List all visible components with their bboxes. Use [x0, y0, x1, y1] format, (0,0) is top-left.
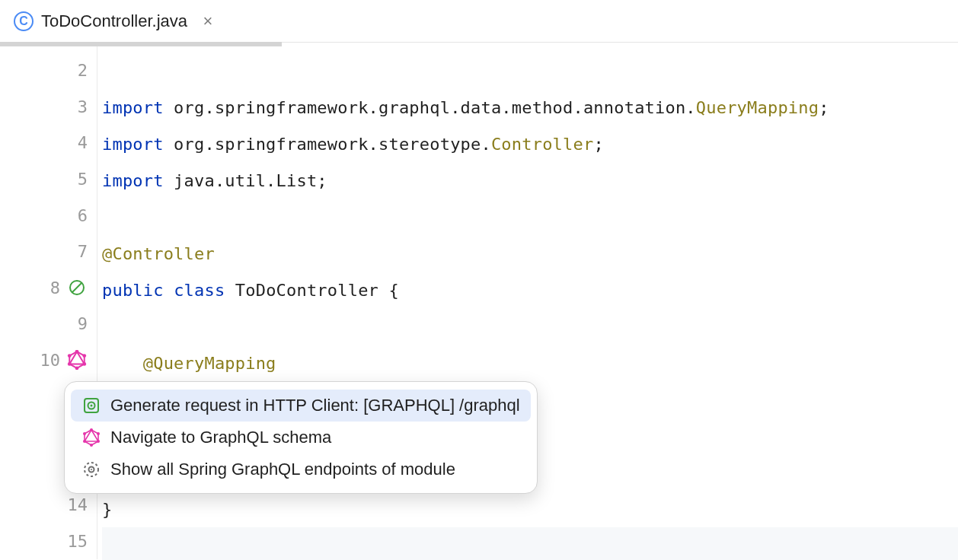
code-line: import java.util.List; — [102, 162, 958, 199]
graphql-icon — [81, 428, 101, 447]
gutter-line[interactable]: 10 — [0, 342, 97, 379]
gutter-line[interactable]: 4 — [0, 125, 97, 161]
svg-point-18 — [90, 444, 93, 447]
code-line — [102, 199, 958, 235]
svg-point-6 — [82, 362, 86, 366]
gutter-line[interactable]: 9 — [0, 306, 97, 342]
tab-title: ToDoController.java — [41, 11, 187, 31]
code-line: import org.springframework.stereotype.Co… — [102, 126, 958, 162]
close-icon[interactable]: × — [200, 13, 216, 30]
svg-point-5 — [82, 355, 86, 358]
context-popup: Generate request in HTTP Client: [GRAPHQ… — [64, 381, 538, 494]
code-line: import org.springframework.graphql.data.… — [102, 89, 958, 126]
file-tab[interactable]: C ToDoController.java × — [0, 0, 230, 42]
generate-icon — [81, 396, 101, 415]
endpoints-icon — [81, 460, 101, 479]
svg-marker-14 — [85, 430, 98, 441]
prohibit-icon[interactable] — [66, 277, 88, 298]
popup-item-label: Show all Spring GraphQL endpoints of mod… — [110, 460, 455, 479]
tab-bar: C ToDoController.java × — [0, 0, 958, 43]
tab-underline — [0, 42, 282, 46]
gutter-line[interactable]: 7 — [0, 234, 97, 270]
svg-line-1 — [72, 283, 81, 292]
code-line: } — [102, 491, 958, 527]
gutter-line[interactable]: 6 — [0, 197, 97, 234]
svg-point-17 — [97, 440, 100, 443]
svg-point-16 — [97, 432, 100, 435]
class-icon: C — [14, 11, 34, 31]
svg-point-9 — [68, 355, 72, 358]
code-line: @Controller — [102, 235, 958, 272]
svg-point-8 — [68, 362, 72, 366]
code-line — [102, 308, 958, 345]
svg-marker-3 — [69, 352, 85, 364]
popup-item-show-endpoints[interactable]: Show all Spring GraphQL endpoints of mod… — [71, 453, 531, 485]
graphql-icon[interactable] — [66, 349, 88, 371]
gutter-line[interactable]: 5 — [0, 161, 97, 198]
code-line-current — [102, 527, 958, 560]
popup-item-generate-request[interactable]: Generate request in HTTP Client: [GRAPHQ… — [71, 390, 531, 422]
svg-point-15 — [90, 428, 93, 431]
svg-point-19 — [83, 440, 86, 443]
svg-point-12 — [91, 405, 93, 407]
code-line: public class ToDoController { — [102, 272, 958, 308]
popup-item-label: Navigate to GraphQL schema — [110, 428, 331, 447]
popup-item-navigate-schema[interactable]: Navigate to GraphQL schema — [71, 422, 531, 453]
svg-point-4 — [75, 350, 79, 354]
gutter-line[interactable]: 2 — [0, 52, 97, 89]
editor: 2 3 4 5 6 7 8 9 10 — [0, 46, 958, 559]
svg-point-20 — [83, 432, 86, 435]
gutter-line[interactable]: 8 — [0, 269, 97, 306]
code-line: @QueryMapping — [102, 345, 958, 381]
gutter-line[interactable]: 3 — [0, 89, 97, 126]
svg-point-7 — [75, 367, 79, 371]
svg-point-23 — [91, 469, 92, 470]
gutter-line[interactable]: 15 — [0, 523, 97, 560]
popup-item-label: Generate request in HTTP Client: [GRAPHQ… — [110, 396, 520, 415]
code-line — [102, 52, 958, 89]
